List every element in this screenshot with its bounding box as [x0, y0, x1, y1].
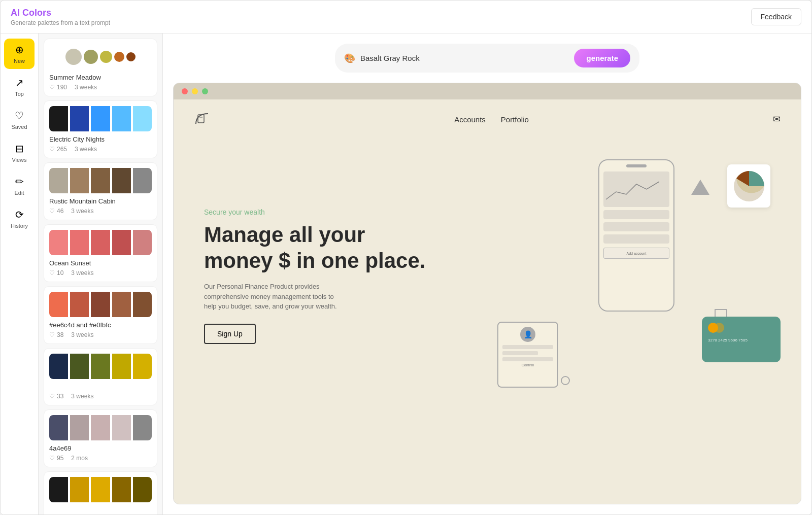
- like-count: ♡ 95: [49, 455, 63, 462]
- palette-swatches: [49, 106, 152, 131]
- device-row-3: [502, 357, 553, 361]
- sidebar-item-history[interactable]: ⟳ History: [4, 203, 35, 234]
- circle-decoration: [561, 376, 570, 385]
- main-layout: ⊕ New ↗ Top ♡ Saved ⊟ Views ✏ Edit ⟳ His…: [1, 33, 811, 514]
- content-area: 🎨 generate: [163, 33, 811, 514]
- new-icon: ⊕: [15, 44, 24, 56]
- palette-meta: ♡ 46 3 weeks: [49, 208, 152, 215]
- search-input[interactable]: [360, 54, 569, 62]
- sidebar-item-new[interactable]: ⊕ New: [4, 39, 35, 69]
- sidebar-item-label-views: Views: [12, 157, 26, 163]
- app-container: AI Colors Generate palettes from a text …: [0, 0, 812, 515]
- sidebar-item-views[interactable]: ⊟ Views: [4, 138, 35, 168]
- phone-button: Add account: [603, 248, 669, 259]
- list-item[interactable]: Summer Meadow ♡ 190 3 weeks: [44, 39, 157, 96]
- search-input-wrap: 🎨 generate: [335, 44, 639, 73]
- time-value: 3 weeks: [71, 269, 93, 277]
- sidebar-item-label-new: New: [14, 58, 25, 64]
- heart-icon-small: ♡: [49, 208, 55, 215]
- list-item[interactable]: #ee6c4d and #e0fbfc ♡ 38 3 weeks: [44, 286, 157, 344]
- palette-swatches: [49, 44, 152, 70]
- palette-name: Electric City Nights: [49, 135, 152, 143]
- like-count: ♡ 190: [49, 84, 67, 91]
- heart-icon-small: ♡: [49, 269, 55, 277]
- likes-value: 33: [57, 393, 63, 400]
- palette-swatches: [49, 292, 152, 317]
- finance-body: Secure your wealth Manage all your money…: [174, 139, 801, 413]
- finance-tagline: Secure your wealth: [204, 208, 487, 216]
- heart-icon-small: ♡: [49, 84, 55, 91]
- finance-illustration: Add account: [487, 149, 770, 403]
- list-item[interactable]: 4a4e69 ♡ 95 2 mos: [44, 409, 157, 467]
- app-subtitle: Generate palettes from a text prompt: [11, 19, 110, 26]
- window-dot-red: [182, 88, 188, 94]
- palette-name: [49, 383, 152, 390]
- signup-button[interactable]: Sign Up: [204, 324, 256, 344]
- heart-icon-small: ♡: [49, 331, 55, 338]
- window-chrome: [174, 83, 801, 99]
- palette-meta: ♡ 33 3 weeks: [49, 393, 152, 400]
- sidebar-item-edit[interactable]: ✏ Edit: [4, 170, 35, 201]
- phone-row-3: [603, 234, 669, 244]
- like-count: ♡ 33: [49, 393, 63, 400]
- like-count: ♡ 265: [49, 146, 67, 153]
- palette-name: Rustic Mountain Cabin: [49, 197, 152, 205]
- like-count: ♡ 46: [49, 208, 63, 215]
- list-item[interactable]: Ocean Sunset ♡ 10 3 weeks: [44, 224, 157, 282]
- palette-name: [49, 506, 152, 513]
- card-number: 3278 2425 9696 7585: [708, 338, 774, 342]
- palette-name: Ocean Sunset: [49, 259, 152, 267]
- triangle-decoration: [691, 180, 709, 195]
- sidebar-item-label-history: History: [11, 223, 28, 229]
- finance-logo-icon: [194, 110, 210, 129]
- time-value: 3 weeks: [71, 393, 93, 400]
- heart-icon-small: ♡: [49, 393, 55, 400]
- likes-value: 10: [57, 269, 63, 277]
- views-icon: ⊟: [15, 143, 24, 155]
- device-row-1: [502, 345, 553, 349]
- time-value: 3 weeks: [71, 331, 93, 338]
- likes-value: 265: [57, 146, 67, 153]
- phone-speaker: [626, 164, 647, 167]
- preview-window: Accounts Portfolio ✉ Secure your wealth …: [173, 83, 801, 504]
- finance-headline: Manage all your money $ in one place.: [204, 222, 487, 273]
- time-value: 3 weeks: [71, 208, 93, 215]
- edit-icon: ✏: [15, 176, 24, 188]
- device-label: Confirm: [502, 363, 553, 367]
- sidebar: ⊕ New ↗ Top ♡ Saved ⊟ Views ✏ Edit ⟳ His…: [1, 33, 39, 514]
- palette-list: Summer Meadow ♡ 190 3 weeks: [39, 33, 163, 514]
- list-item[interactable]: [44, 471, 157, 514]
- nav-accounts[interactable]: Accounts: [454, 115, 486, 124]
- sidebar-item-label-edit: Edit: [15, 190, 24, 196]
- palette-meta: ♡ 265 3 weeks: [49, 146, 152, 153]
- palette-swatches: [49, 230, 152, 255]
- list-item[interactable]: Electric City Nights ♡ 265 3 weeks: [44, 100, 157, 158]
- device-avatar: 👤: [520, 327, 535, 342]
- feedback-button[interactable]: Feedback: [751, 8, 801, 25]
- phone-mockup: Add account: [598, 159, 674, 312]
- mail-icon: ✉: [773, 114, 781, 125]
- window-dot-green: [202, 88, 208, 94]
- like-count: ♡ 10: [49, 269, 63, 277]
- list-item[interactable]: Rustic Mountain Cabin ♡ 46 3 weeks: [44, 162, 157, 220]
- sidebar-item-label-saved: Saved: [11, 124, 27, 130]
- time-value: 3 weeks: [75, 84, 97, 91]
- list-item[interactable]: ♡ 33 3 weeks: [44, 348, 157, 405]
- nav-portfolio[interactable]: Portfolio: [501, 115, 529, 124]
- palette-icon: 🎨: [344, 53, 355, 64]
- sidebar-item-saved[interactable]: ♡ Saved: [4, 105, 35, 135]
- small-device-mockup: 👤 Confirm: [497, 322, 558, 388]
- sidebar-item-top[interactable]: ↗ Top: [4, 72, 35, 102]
- generate-button[interactable]: generate: [574, 49, 630, 67]
- likes-value: 38: [57, 331, 63, 338]
- palette-name: Summer Meadow: [49, 74, 152, 81]
- time-value: 3 weeks: [75, 146, 97, 153]
- palette-meta: ♡ 10 3 weeks: [49, 269, 152, 277]
- window-dot-yellow: [192, 88, 198, 94]
- palette-meta: ♡ 95 2 mos: [49, 455, 152, 462]
- finance-nav-links: Accounts Portfolio: [454, 115, 529, 124]
- time-value: 2 mos: [71, 455, 88, 462]
- palette-swatches: [49, 168, 152, 193]
- history-icon: ⟳: [15, 209, 24, 221]
- phone-row-2: [603, 222, 669, 231]
